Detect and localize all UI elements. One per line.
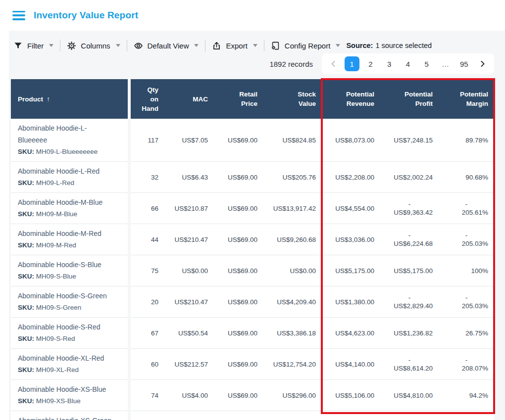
product-name: Abominable Hoodie-S-Green bbox=[18, 290, 107, 302]
menu-icon[interactable] bbox=[12, 11, 25, 20]
stock-value-cell: US$824.85 bbox=[263, 119, 322, 162]
qty-on-hand-cell: 67 bbox=[131, 318, 164, 349]
mac-cell: US$210.87 bbox=[164, 193, 214, 224]
retail-price-cell: US$69.00 bbox=[214, 255, 263, 286]
table-header-row: Product ↑ Qty on Hand MAC Retail Price S… bbox=[11, 79, 494, 119]
product-name: Abominable Hoodie-XS-Green bbox=[18, 415, 111, 420]
page-title: Inventory Value Report bbox=[34, 10, 138, 21]
retail-price-cell: US$69.00 bbox=[214, 162, 263, 193]
page-button-2[interactable]: 2 bbox=[363, 56, 378, 71]
retail-price-cell: US$69.00 bbox=[214, 349, 263, 380]
potential-margin-cell: 89.78% bbox=[439, 119, 494, 162]
chevron-left-icon bbox=[330, 61, 336, 67]
potential-profit-cell: US$2,002.24 bbox=[380, 162, 439, 193]
page-button-95[interactable]: 95 bbox=[456, 56, 471, 71]
product-cell: Abominable Hoodie-M-Red SKU: MH09-M-Red bbox=[11, 224, 128, 255]
potential-margin-cell: 26.75% bbox=[439, 318, 494, 349]
filter-label: Filter bbox=[27, 42, 44, 50]
page-button-3[interactable]: 3 bbox=[382, 56, 397, 71]
potential-revenue-cell: US$6,693.00 bbox=[322, 411, 380, 420]
pagination-row: 1892 records 12345…95 bbox=[11, 53, 494, 74]
retail-price-cell: US$69.00 bbox=[214, 119, 263, 162]
chevron-down-icon bbox=[116, 44, 120, 47]
page-button-1[interactable]: 1 bbox=[345, 56, 359, 71]
product-cell: Abominable Hoodie-XL-Red SKU: MH09-XL-Re… bbox=[11, 349, 128, 380]
product-cell: Abominable Hoodie-S-Blue SKU: MH09-S-Blu… bbox=[11, 255, 128, 286]
config-report-button[interactable]: Config Report bbox=[270, 41, 342, 50]
retail-price-cell: US$69.00 bbox=[214, 318, 263, 349]
page-button-4[interactable]: 4 bbox=[401, 56, 415, 71]
product-sku: SKU: MH09-S-Green bbox=[18, 302, 107, 314]
pagination: 12345…95 bbox=[322, 53, 494, 74]
eye-icon bbox=[134, 41, 143, 50]
config-report-icon bbox=[271, 41, 280, 50]
table-row: Abominable Hoodie-XL-Red SKU: MH09-XL-Re… bbox=[11, 349, 494, 380]
potential-profit-cell: US$6,402.00 bbox=[380, 411, 439, 420]
potential-revenue-cell: US$8,073.00 bbox=[322, 119, 380, 162]
potential-profit-cell: -US$9,363.42 bbox=[380, 193, 439, 224]
product-sku: SKU: MH09-XS-Blue bbox=[18, 395, 106, 407]
columns-button[interactable]: Columns bbox=[66, 41, 121, 50]
prev-page-button[interactable] bbox=[326, 56, 341, 71]
table-row: Abominable Hoodie-M-Blue SKU: MH09-M-Blu… bbox=[11, 193, 494, 224]
column-header-retail-price[interactable]: Retail Price bbox=[214, 79, 263, 119]
stock-value-cell: US$9,260.68 bbox=[263, 224, 322, 255]
potential-margin-cell: -205.61% bbox=[439, 193, 494, 224]
product-name: Abominable Hoodie-L-Red bbox=[18, 165, 100, 177]
mac-cell: US$0.00 bbox=[164, 255, 214, 286]
column-header-qty-on-hand[interactable]: Qty on Hand bbox=[131, 79, 164, 119]
column-header-potential-revenue[interactable]: Potential Revenue bbox=[322, 79, 380, 119]
column-header-product[interactable]: Product ↑ bbox=[11, 79, 128, 119]
chevron-down-icon bbox=[194, 44, 199, 47]
qty-on-hand-cell: 117 bbox=[131, 119, 164, 162]
product-cell: Abominable Hoodie-L-Red SKU: MH09-L-Red bbox=[11, 162, 128, 193]
next-page-button[interactable] bbox=[475, 56, 490, 71]
qty-on-hand-cell: 44 bbox=[131, 224, 164, 255]
potential-margin-cell: 90.68% bbox=[439, 162, 494, 193]
potential-revenue-cell: US$3,036.00 bbox=[322, 224, 380, 255]
product-name: Abominable Hoodie-L- Blueeeee bbox=[18, 122, 98, 146]
column-header-potential-margin[interactable]: Potential Margin bbox=[439, 79, 494, 119]
stock-value-cell: US$296.00 bbox=[263, 380, 322, 411]
table-row: Abominable Hoodie-L- Blueeeee SKU: MH09-… bbox=[11, 119, 494, 162]
potential-margin-cell: -205.03% bbox=[439, 286, 494, 318]
potential-revenue-cell: US$4,554.00 bbox=[322, 193, 380, 224]
inventory-table: Product ↑ Qty on Hand MAC Retail Price S… bbox=[11, 79, 494, 420]
toolbar-divider bbox=[264, 40, 264, 51]
mac-cell: US$7.05 bbox=[164, 119, 214, 162]
product-name: Abominable Hoodie-XS-Blue bbox=[18, 383, 106, 395]
potential-margin-cell: 95.65% bbox=[439, 411, 494, 420]
qty-on-hand-cell: 32 bbox=[131, 162, 164, 193]
toolbar-divider bbox=[127, 40, 127, 51]
column-header-stock-value[interactable]: Stock Value bbox=[263, 79, 322, 119]
potential-margin-cell: 94.2% bbox=[439, 380, 494, 411]
default-view-button[interactable]: Default View bbox=[133, 41, 200, 50]
product-cell: Abominable Hoodie-XS-Green SKU: MH09-XS-… bbox=[11, 411, 128, 420]
table-row: Abominable Hoodie-L-Red SKU: MH09-L-Red … bbox=[11, 162, 494, 193]
config-report-label: Config Report bbox=[285, 42, 331, 50]
toolbar-divider bbox=[205, 40, 205, 51]
export-button[interactable]: Export bbox=[211, 41, 258, 50]
filter-button[interactable]: Filter bbox=[12, 41, 54, 50]
product-name: Abominable Hoodie-M-Blue bbox=[18, 196, 102, 208]
stock-value-cell: US$13,917.42 bbox=[263, 193, 322, 224]
record-count: 1892 records bbox=[269, 60, 313, 68]
qty-on-hand-cell: 75 bbox=[131, 255, 164, 286]
top-bar: Inventory Value Report bbox=[0, 0, 505, 31]
mac-cell: US$210.47 bbox=[164, 286, 214, 318]
retail-price-cell: US$69.00 bbox=[214, 380, 263, 411]
page-ellipsis: … bbox=[438, 56, 453, 71]
mac-cell: US$4.00 bbox=[164, 380, 214, 411]
content-panel: Filter Columns bbox=[9, 31, 505, 420]
page-button-5[interactable]: 5 bbox=[419, 56, 434, 71]
column-header-potential-profit[interactable]: Potential Profit bbox=[380, 79, 439, 119]
stock-value-cell: US$291.00 bbox=[263, 411, 322, 420]
qty-on-hand-cell: 60 bbox=[131, 349, 164, 380]
column-header-mac[interactable]: MAC bbox=[164, 79, 214, 119]
table-row: Abominable Hoodie-S-Green SKU: MH09-S-Gr… bbox=[11, 286, 494, 318]
potential-revenue-cell: US$5,106.00 bbox=[322, 380, 380, 411]
table-row: Abominable Hoodie-S-Red SKU: MH09-S-Red … bbox=[11, 318, 494, 349]
potential-revenue-cell: US$2,208.00 bbox=[322, 162, 380, 193]
retail-price-cell: US$69.00 bbox=[214, 286, 263, 318]
potential-profit-cell: -US$8,614.20 bbox=[380, 349, 439, 380]
